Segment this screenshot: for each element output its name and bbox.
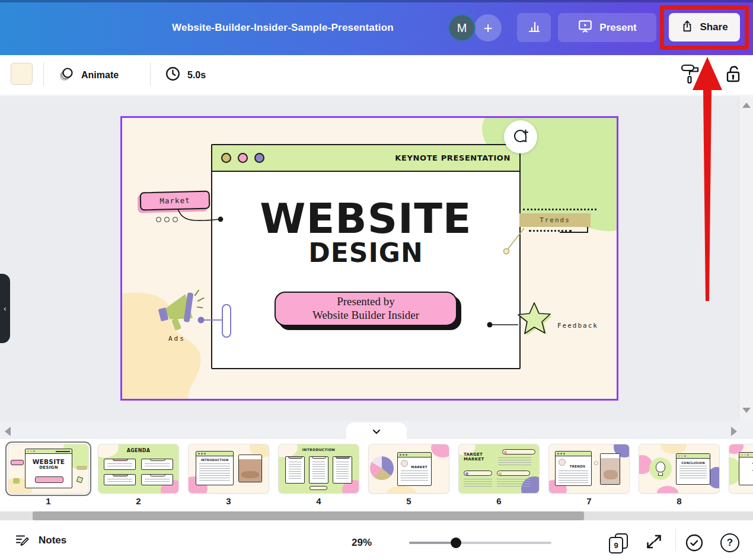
present-label: Present xyxy=(599,22,636,34)
scroll-up-arrow[interactable] xyxy=(742,103,751,108)
feedback-connector-line xyxy=(486,321,518,329)
present-button[interactable]: Present xyxy=(558,13,656,42)
filmstrip-scroll-left-arrow[interactable] xyxy=(5,427,11,436)
mini-card xyxy=(141,459,173,470)
chevron-down-icon xyxy=(371,426,382,437)
paint-roller-icon xyxy=(679,63,701,88)
mini-bulb-badge xyxy=(649,457,672,480)
slide-thumbnail-5[interactable]: MARKET xyxy=(369,444,449,493)
design-check-button[interactable] xyxy=(685,533,704,555)
grid-view-button[interactable]: 9 xyxy=(609,533,628,553)
mini-card: INTRODUCTION xyxy=(196,451,234,485)
thumbnail-art: MARKET xyxy=(369,444,449,493)
browser-window-header: KEYNOTE PRESENTATION xyxy=(212,145,519,172)
mini-card xyxy=(309,456,328,484)
style-roller-button[interactable] xyxy=(679,55,701,95)
fullscreen-button[interactable] xyxy=(646,533,662,552)
slide-thumbnail-4[interactable]: INTRODUCTION xyxy=(279,444,359,493)
presentation-title[interactable]: Website-Builder-Insider-Sample-Presentat… xyxy=(101,0,465,55)
mini-star xyxy=(76,476,84,484)
bar-chart-icon xyxy=(527,20,541,36)
zoom-slider-fill xyxy=(409,542,451,544)
filmstrip-scroll-right-arrow[interactable] xyxy=(731,427,737,436)
blob xyxy=(657,486,678,493)
avatar[interactable]: M xyxy=(448,14,476,41)
help-button[interactable]: ? xyxy=(720,533,739,552)
sidebar-collapse-tab[interactable]: ‹ xyxy=(0,274,10,343)
scroll-pill-shape[interactable] xyxy=(222,304,231,338)
slide-thumbnail-1[interactable]: WEBSITE DESIGN xyxy=(8,444,88,493)
add-member-button[interactable]: + xyxy=(474,14,502,41)
mini-text-lines xyxy=(498,457,531,467)
window-dot-pink xyxy=(238,153,248,163)
window-dot-purple xyxy=(254,153,264,163)
subtitle-line1: Presented by xyxy=(337,295,395,309)
insights-button[interactable] xyxy=(517,13,551,42)
thumbnail-number: 4 xyxy=(279,496,359,506)
filmstrip-scrollbar-track[interactable] xyxy=(0,511,753,520)
mini-title: CONCLUSION xyxy=(677,461,710,465)
background-color-swatch[interactable] xyxy=(11,63,33,85)
slide-thumbnail-9[interactable]: THANK YOU xyxy=(729,444,753,493)
presented-by-pill[interactable]: Presented by Website Builder Insider xyxy=(275,292,457,326)
mini-title: MARKET xyxy=(407,465,431,469)
duration-label: 5.0s xyxy=(187,70,206,81)
mini-title: INTRODUCTION xyxy=(196,458,233,462)
mini-scribble xyxy=(401,460,408,467)
duration-button[interactable]: 5.0s xyxy=(165,55,206,95)
slide-thumbnail-7[interactable]: TRENDS xyxy=(549,444,629,493)
slide-thumbnail-6[interactable]: TARGET MARKET xyxy=(459,444,539,493)
mini-pill xyxy=(11,460,24,465)
blob xyxy=(98,444,119,457)
mini-megaphone xyxy=(13,478,20,484)
zoom-level-value[interactable]: 29% xyxy=(341,537,382,549)
trends-label[interactable]: Trends xyxy=(519,213,591,227)
mini-card xyxy=(104,459,136,470)
slide-1-canvas[interactable]: KEYNOTE PRESENTATION WEBSITE DESIGN Pres… xyxy=(120,116,618,401)
mini-card: THANK YOU xyxy=(739,452,753,485)
thumbnail-art: INTRODUCTION xyxy=(189,444,269,493)
zoom-slider[interactable] xyxy=(409,536,551,550)
zoom-slider-knob[interactable] xyxy=(451,537,461,548)
mini-photo xyxy=(600,453,620,485)
scroll-down-arrow[interactable] xyxy=(742,408,751,413)
lock-button[interactable] xyxy=(724,55,742,95)
slide-thumbnail-2[interactable]: AGENDA xyxy=(98,444,178,493)
thumbnail-number: 5 xyxy=(369,496,449,506)
mini-scribble xyxy=(559,459,566,466)
blob xyxy=(279,444,298,457)
collapse-filmstrip-button[interactable] xyxy=(346,423,407,440)
question-mark-glyph: ? xyxy=(727,537,733,549)
thumbnail-number: 2 xyxy=(98,496,178,506)
add-comment-button[interactable] xyxy=(504,120,537,153)
market-connector-line xyxy=(174,207,228,225)
mini-dot xyxy=(594,461,598,465)
animate-icon xyxy=(58,66,75,85)
mini-card xyxy=(141,474,173,485)
thumbnail-number: 6 xyxy=(459,496,539,506)
ads-label[interactable]: Ads xyxy=(168,335,186,343)
toolbar-divider xyxy=(43,62,44,86)
mini-card: MARKET xyxy=(397,452,432,486)
mini-title: TARGET MARKET xyxy=(464,452,499,462)
subtitle-line2: Website Builder Insider xyxy=(312,309,419,322)
animate-button[interactable]: Animate xyxy=(58,55,119,95)
mini-text-lines xyxy=(464,479,492,487)
share-button[interactable]: Share xyxy=(669,13,740,41)
feedback-star[interactable] xyxy=(513,299,553,338)
slide-thumbnail-8[interactable]: CONCLUSION xyxy=(639,444,719,493)
notes-label: Notes xyxy=(39,535,66,546)
notes-button[interactable]: Notes xyxy=(14,532,66,549)
vertical-scrollbar[interactable] xyxy=(739,96,753,421)
expand-icon xyxy=(646,533,662,550)
mini-pill xyxy=(464,471,492,476)
feedback-label[interactable]: Feedback xyxy=(557,322,598,329)
slide-title-line2[interactable]: DESIGN xyxy=(212,239,519,267)
toolbar-divider xyxy=(150,62,151,86)
mini-pill xyxy=(502,449,535,455)
slide-title-line1[interactable]: WEBSITE xyxy=(212,198,519,239)
statusbar-divider xyxy=(675,529,676,551)
slide-browser-window[interactable]: KEYNOTE PRESENTATION WEBSITE DESIGN Pres… xyxy=(211,144,521,369)
slide-thumbnail-3[interactable]: INTRODUCTION xyxy=(189,444,269,493)
filmstrip-scrollbar-thumb[interactable] xyxy=(33,511,584,520)
